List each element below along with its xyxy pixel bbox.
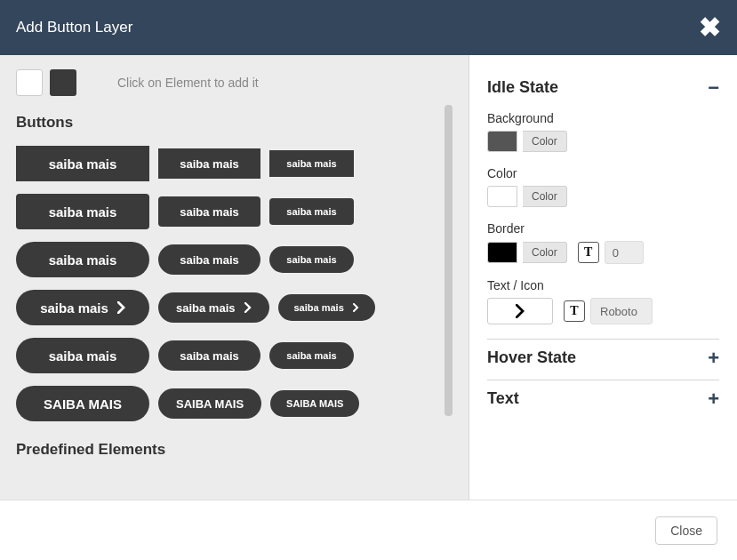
close-button[interactable]: Close xyxy=(655,516,717,545)
section-title: Idle State xyxy=(487,78,558,97)
control-background: Background Color xyxy=(487,111,719,152)
button-row-sharp: saiba mais saiba mais saiba mais xyxy=(16,146,444,181)
color-button[interactable]: Color xyxy=(523,242,567,263)
button-sample[interactable]: saiba mais xyxy=(278,294,375,321)
control-label: Color xyxy=(487,166,719,180)
minus-icon: − xyxy=(708,82,719,93)
color-swatch[interactable] xyxy=(487,242,517,263)
section-predefined-title: Predefined Elements xyxy=(16,441,444,459)
control-border: Border Color T xyxy=(487,221,719,264)
color-theme-row: Click on Element to add it xyxy=(16,69,444,96)
control-color: Color Color xyxy=(487,166,719,207)
section-title: Text xyxy=(487,389,519,408)
button-sample[interactable]: saiba mais xyxy=(269,246,354,273)
control-text-icon: Text / Icon T Roboto xyxy=(487,278,719,324)
dialog-footer: Close xyxy=(0,500,737,560)
theme-swatch-light[interactable] xyxy=(16,69,43,96)
button-sample[interactable]: saiba mais xyxy=(269,342,354,369)
theme-swatch-dark[interactable] xyxy=(50,69,76,96)
control-label: Border xyxy=(487,221,719,236)
border-style-icon[interactable]: T xyxy=(578,242,599,263)
dialog-title: Add Button Layer xyxy=(16,19,132,36)
button-sample[interactable]: saiba mais xyxy=(16,194,149,229)
section-hover-state[interactable]: Hover State + xyxy=(487,340,719,376)
color-swatch[interactable] xyxy=(487,131,517,152)
button-sample[interactable]: saiba mais xyxy=(158,196,260,227)
button-sample[interactable]: saiba mais xyxy=(16,338,149,373)
button-sample[interactable]: saiba mais xyxy=(16,242,149,277)
button-sample[interactable]: saiba mais xyxy=(158,340,260,371)
color-button[interactable]: Color xyxy=(523,186,567,207)
icon-picker[interactable] xyxy=(487,298,553,324)
button-sample[interactable]: saiba mais xyxy=(269,198,354,225)
section-title: Hover State xyxy=(487,348,576,367)
button-row-pill: saiba mais saiba mais saiba mais xyxy=(16,242,444,277)
button-row-pill-alt: saiba mais saiba mais saiba mais xyxy=(16,338,444,373)
button-sample[interactable]: saiba mais xyxy=(16,146,149,181)
library-hint: Click on Element to add it xyxy=(117,76,259,90)
close-icon[interactable]: ✖ xyxy=(699,14,721,41)
color-button[interactable]: Color xyxy=(523,131,567,152)
font-style-icon[interactable]: T xyxy=(564,300,585,322)
border-width-input[interactable] xyxy=(605,241,644,264)
plus-icon: + xyxy=(708,352,719,364)
button-row-pill-chevron: saiba mais saiba mais saiba mais xyxy=(16,290,444,325)
button-sample[interactable]: SAIBA MAIS xyxy=(158,388,261,419)
section-buttons-title: Buttons xyxy=(16,114,444,132)
font-family-field[interactable]: Roboto xyxy=(590,298,653,324)
button-sample[interactable]: saiba mais xyxy=(16,290,149,325)
section-text[interactable]: Text + xyxy=(487,380,719,417)
button-sample[interactable]: saiba mais xyxy=(158,292,269,323)
button-sample[interactable]: saiba mais xyxy=(158,244,260,275)
section-idle-state[interactable]: Idle State − xyxy=(487,69,719,106)
button-sample[interactable]: SAIBA MAIS xyxy=(270,390,359,417)
button-row-rounded: saiba mais saiba mais saiba mais xyxy=(16,194,444,229)
chevron-right-icon xyxy=(516,304,525,318)
chevron-right-icon xyxy=(244,302,252,313)
properties-panel: Idle State − Background Color Color Colo… xyxy=(469,55,737,500)
button-sample[interactable]: SAIBA MAIS xyxy=(16,386,149,421)
scrollbar-thumb[interactable] xyxy=(445,105,453,416)
control-label: Text / Icon xyxy=(487,278,719,292)
chevron-right-icon xyxy=(117,301,125,314)
button-sample[interactable]: saiba mais xyxy=(158,148,260,179)
control-label: Background xyxy=(487,111,719,125)
element-library: Click on Element to add it Buttons saiba… xyxy=(0,55,469,500)
button-row-pill-upper: SAIBA MAIS SAIBA MAIS SAIBA MAIS xyxy=(16,386,444,421)
plus-icon: + xyxy=(708,393,719,404)
chevron-right-icon xyxy=(353,303,359,312)
dialog-header: Add Button Layer ✖ xyxy=(0,0,737,55)
color-swatch[interactable] xyxy=(487,186,517,207)
button-sample[interactable]: saiba mais xyxy=(269,150,354,177)
dialog-body: Click on Element to add it Buttons saiba… xyxy=(0,55,737,500)
